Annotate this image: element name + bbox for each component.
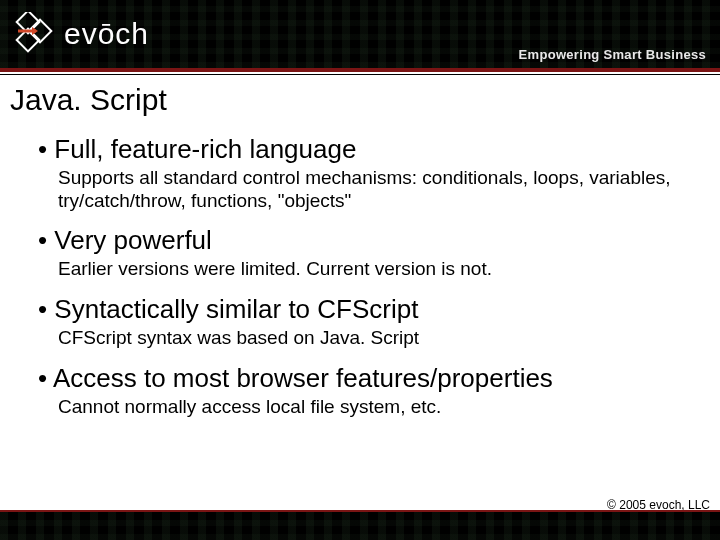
list-item: • Syntactically similar to CFScript CFSc… [38, 295, 710, 350]
bullet-subtext: Supports all standard control mechanisms… [38, 167, 710, 213]
bullet-heading: • Access to most browser features/proper… [38, 364, 710, 394]
bullet-subtext: Cannot normally access local file system… [38, 396, 710, 419]
list-item: • Access to most browser features/proper… [38, 364, 710, 419]
tagline-text: Empowering Smart Business [519, 47, 706, 62]
logo-diamond-icon [12, 12, 56, 56]
list-item: • Full, feature-rich language Supports a… [38, 135, 710, 212]
slide-title: Java. Script [10, 83, 710, 117]
bullet-heading: • Full, feature-rich language [38, 135, 710, 165]
logo-text: evōch [64, 17, 149, 51]
bullet-list: • Full, feature-rich language Supports a… [10, 135, 710, 419]
footer-bar [0, 510, 720, 540]
list-item: • Very powerful Earlier versions were li… [38, 226, 710, 281]
bullet-subtext: Earlier versions were limited. Current v… [38, 258, 710, 281]
bullet-heading: • Very powerful [38, 226, 710, 256]
bullet-heading: • Syntactically similar to CFScript [38, 295, 710, 325]
logo: evōch [12, 12, 149, 56]
bullet-subtext: CFScript syntax was based on Java. Scrip… [38, 327, 710, 350]
header-bar: evōch Empowering Smart Business [0, 0, 720, 72]
slide-content: Java. Script • Full, feature-rich langua… [0, 75, 720, 419]
